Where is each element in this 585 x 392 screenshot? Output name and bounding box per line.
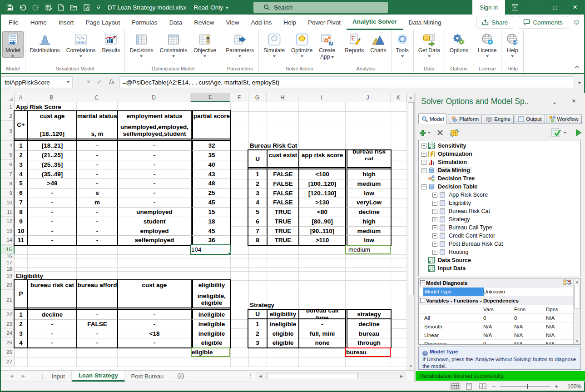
cell[interactable]: 45 [191, 226, 230, 235]
row-header-11[interactable]: 11 [0, 208, 15, 217]
cell[interactable]: 3 [248, 189, 267, 198]
cell[interactable]: 18 [191, 217, 230, 226]
name-box-dropdown-icon[interactable] [67, 81, 69, 83]
cell[interactable]: 3 [15, 329, 27, 338]
row-header-20[interactable]: 20 [0, 280, 15, 290]
cell[interactable]: 9 [15, 217, 27, 226]
pane-tab-model[interactable]: Model [418, 113, 447, 124]
scrollbar-thumb[interactable] [267, 373, 358, 379]
minimize-icon[interactable]: — [525, 0, 545, 15]
column-header-A[interactable]: A [15, 93, 27, 102]
cell[interactable]: - [117, 338, 191, 347]
cell[interactable]: 7 [248, 226, 267, 236]
cell[interactable]: 45 [191, 198, 230, 207]
scroll-down-icon[interactable]: ▼ [574, 339, 580, 343]
cell[interactable]: - [27, 235, 76, 245]
cell[interactable]: veryLow [345, 198, 391, 207]
cell[interactable] [27, 290, 76, 310]
cell[interactable]: (25..35] [27, 160, 76, 169]
tab-help[interactable]: Help [278, 15, 302, 30]
column-header-C[interactable]: C [76, 93, 117, 102]
cell[interactable]: 2 [15, 150, 27, 160]
cell[interactable]: student [117, 217, 191, 226]
collapse-icon[interactable]: - [420, 298, 425, 303]
pane-menu-icon[interactable] [553, 103, 556, 104]
cell[interactable]: - [117, 160, 191, 169]
cell[interactable]: bureau [345, 329, 391, 338]
page-layout-view-button[interactable] [463, 382, 474, 390]
cell[interactable]: decline [27, 310, 76, 319]
cell[interactable]: 7 [15, 198, 27, 207]
button-help[interactable]: Help [503, 31, 522, 58]
cell[interactable]: - [27, 329, 76, 338]
table-title-bureau-risk-cat[interactable]: Bureau Risk Cat [250, 141, 297, 149]
collapse-icon[interactable]: - [421, 184, 426, 189]
row-header-27[interactable]: 27 [0, 357, 15, 367]
expand-icon[interactable]: + [432, 217, 437, 222]
comments-button[interactable]: Comments [518, 16, 568, 29]
zoom-level[interactable]: 100% [562, 383, 583, 390]
enter-icon[interactable]: ✓ [97, 78, 102, 85]
row-header-17[interactable]: 17 [0, 258, 15, 267]
analyze-without-solving-button[interactable] [551, 128, 562, 137]
tree-item-bureau-risk-cat[interactable]: +Bureau Risk Cat [419, 207, 580, 215]
cell[interactable]: 11 [15, 235, 27, 245]
cell[interactable]: m [76, 198, 117, 207]
expand-icon[interactable]: + [421, 152, 426, 157]
name-box[interactable]: tblAppRiskScore [1, 76, 73, 88]
sort-az-icon[interactable]: AZ [563, 279, 571, 286]
cell[interactable]: [18..120] [27, 121, 76, 141]
cell[interactable]: marital status [76, 111, 117, 121]
cell[interactable]: [90..110] [298, 226, 345, 236]
formula-input[interactable]: =@PsiDecTable(A2:E14, , , custAge, marit… [119, 76, 573, 88]
button-options[interactable]: Options [446, 31, 471, 55]
cell[interactable]: TRUE [267, 207, 298, 217]
row-header-12[interactable]: 12 [0, 217, 15, 226]
cell[interactable] [117, 290, 191, 310]
row-header-19[interactable]: 19 [0, 271, 15, 280]
cell[interactable]: partial score [191, 111, 230, 121]
tab-insert[interactable]: Insert [53, 15, 80, 30]
zoom-out-button[interactable]: − [491, 383, 497, 390]
tree-item-bureau-call-type[interactable]: +Bureau Call Type [419, 223, 580, 232]
cell[interactable] [267, 160, 298, 169]
collapse-ribbon-icon[interactable] [574, 62, 580, 70]
expand-icon[interactable]: + [421, 160, 426, 165]
fill-handle[interactable] [228, 252, 232, 256]
cell[interactable]: FALSE [267, 198, 298, 207]
new-file-icon[interactable] [58, 4, 64, 11]
close-icon[interactable]: × [565, 0, 585, 15]
cell[interactable]: cust exist [267, 150, 298, 160]
cell[interactable]: eligible [267, 329, 298, 338]
cell[interactable]: 4 [15, 169, 27, 179]
cell[interactable]: 4 [15, 338, 27, 347]
scroll-right-icon[interactable]: ▶ [398, 372, 405, 380]
button-create-app[interactable]: CreateApp [316, 31, 338, 61]
button-model[interactable]: Model [2, 31, 24, 58]
cell[interactable]: decline [345, 207, 391, 217]
button-results[interactable]: ΣResults [99, 31, 123, 55]
button-optimize[interactable]: Optimize [288, 31, 316, 58]
table-title-strategy[interactable]: Strategy [250, 301, 274, 309]
tab-data[interactable]: Data [164, 15, 188, 30]
cell[interactable]: unemployed,employed, selfemployed,studen… [117, 121, 191, 141]
button-get-data[interactable]: Get Data [415, 31, 443, 58]
cell[interactable]: ineligible [267, 319, 298, 329]
button-tools[interactable]: Tools [393, 31, 412, 58]
tree-item-optimization[interactable]: +Optimization [419, 150, 580, 158]
cell[interactable]: <18 [117, 329, 191, 338]
cell[interactable]: - [76, 217, 117, 226]
expand-icon[interactable]: + [432, 209, 437, 214]
tab-file[interactable]: File [3, 15, 25, 30]
cell[interactable]: [18..21] [27, 141, 76, 150]
cell[interactable]: through [345, 338, 391, 347]
cell[interactable]: TRUE [267, 226, 298, 236]
cell[interactable]: 1 [15, 141, 27, 150]
cell[interactable]: cust age [117, 280, 191, 290]
cell[interactable] [345, 160, 391, 169]
tree-item-sensitivity[interactable]: +Sensitivity [419, 142, 580, 150]
horizontal-scrollbar[interactable]: ◀▶ [256, 372, 406, 380]
row-header-6[interactable]: 6 [0, 160, 15, 169]
expand-icon[interactable]: + [432, 193, 437, 198]
cell[interactable]: 5 [15, 179, 27, 188]
